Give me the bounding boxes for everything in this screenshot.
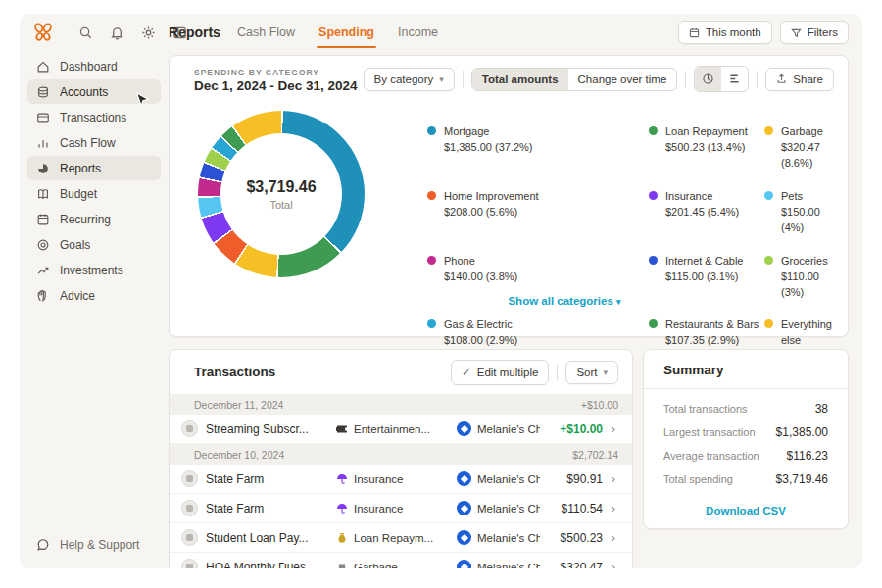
search-icon[interactable] [74,22,96,43]
legend-category-amount: $500.23 (13.4%) [665,140,748,156]
segment-total-amounts[interactable]: Total amounts [472,69,568,90]
legend-color-dot [764,191,773,200]
sidebar-item-label: Dashboard [60,60,118,74]
legend-item-internet-cable[interactable]: Internet & Cable $115.00 (3.1%) [649,254,764,301]
legend-item-insurance[interactable]: Insurance $201.45 (5.4%) [649,189,764,236]
transactions-list: December 11, 2024 +$10.00 Streaming Subs… [170,394,632,568]
merchant-name: HOA Monthly Dues [206,561,306,569]
summary-row-label: Total transactions [663,403,748,415]
page-title: Reports [169,14,220,51]
sidebar-item-reports[interactable]: Reports [27,156,161,180]
legend-category-name: Internet & Cable [665,254,744,270]
date-range: Dec 1, 2024 - Dec 31, 2024 [194,78,358,93]
top-bar: Reports Cash FlowSpendingIncome This mon… [20,14,862,51]
legend-category-name: Groceries [781,254,832,270]
calendar-icon [689,27,700,38]
transaction-row-hoa-monthly-dues[interactable]: HOA Monthly Dues Garbage Melanie's Check… [170,553,632,568]
legend-category-amount: $140.00 (3.8%) [444,270,517,285]
legend-item-phone[interactable]: Phone $140.00 (3.8%) [427,254,649,301]
bell-icon[interactable] [106,22,127,43]
this-month-button[interactable]: This month [678,21,772,44]
account-logo-icon [457,560,471,568]
transaction-row-student-loan-pay[interactable]: Student Loan Pay... Loan Repaym... Melan… [170,523,632,553]
sidebar-item-label: Reports [60,162,101,175]
transaction-row-state-farm[interactable]: State Farm Insurance Melanie's Check... … [170,465,632,494]
sidebar-item-investments[interactable]: Investments [27,258,161,282]
sidebar-item-cash-flow[interactable]: Cash Flow [27,130,161,155]
transaction-amount: +$10.00 [540,422,603,436]
sidebar-item-recurring[interactable]: Recurring [27,207,161,231]
legend-color-dot [649,319,658,328]
legend-color-dot [649,256,658,265]
monarch-logo-icon[interactable] [31,22,55,43]
edit-multiple-button[interactable]: ✓ Edit multiple [451,360,549,385]
total-amount: $3,719.46 [246,178,316,196]
sidebar-item-budget[interactable]: Budget [27,181,161,206]
transaction-group-header: December 10, 2024 $2,702.14 [170,444,632,465]
filters-button[interactable]: Filters [780,21,849,44]
summary-card: Summary Total transactions 38 Largest tr… [643,349,849,529]
category-name: Loan Repaym... [354,532,433,544]
report-tabs: Cash FlowSpendingIncome [227,14,448,51]
merchant-name: Student Loan Pay... [206,531,309,545]
legend-item-mortgage[interactable]: Mortgage $1,385.00 (37.2%) [427,124,649,172]
target-icon [35,237,51,253]
this-month-label: This month [706,26,761,38]
sidebar-item-goals[interactable]: Goals [27,232,161,257]
legend-color-dot [649,191,658,200]
merchant-logo-icon [181,529,198,546]
summary-title: Summary [644,350,848,389]
share-label: Share [793,74,823,85]
legend-color-dot [649,126,658,135]
legend-category-name: Insurance [665,189,739,205]
sidebar-item-accounts[interactable]: Accounts [27,79,161,104]
chevron-right-icon: › [603,421,624,436]
share-button[interactable]: Share [765,68,834,91]
legend-item-pets[interactable]: Pets $150.00 (4%) [764,189,832,236]
legend-item-groceries[interactable]: Groceries $110.00 (3%) [764,254,832,301]
legend-category-name: Restaurants & Bars [665,318,759,333]
legend-category-amount: $115.00 (3.1%) [665,270,744,285]
merchant-name: State Farm [206,502,264,515]
account-name: Melanie's Check... [477,532,540,544]
account-name: Melanie's Check... [477,562,540,569]
chevron-down-icon: ▾ [439,74,444,84]
tab-cash-flow[interactable]: Cash Flow [227,14,305,51]
divider [463,71,464,88]
group-total: $2,702.14 [572,449,618,461]
transaction-row-state-farm[interactable]: State Farm Insurance Melanie's Check... … [170,494,632,523]
merchant-logo-icon [181,470,198,487]
account-name: Melanie's Check... [477,473,540,485]
sidebar-nav: Dashboard Accounts Transactions Cash Flo… [20,53,169,568]
gear-icon[interactable] [137,22,159,43]
donut-view-icon[interactable] [695,67,721,91]
transaction-row-streaming-subscr[interactable]: Streaming Subscr... Entertainmen... Mela… [170,415,632,444]
by-category-dropdown[interactable]: By category ▾ [364,68,455,91]
legend-item-garbage[interactable]: Garbage $320.47 (8.6%) [764,124,832,172]
sidebar-item-label: Advice [60,289,95,303]
download-csv-link[interactable]: Download CSV [644,505,848,516]
chevron-down-icon: ▾ [616,297,621,307]
transactions-title: Transactions [194,365,451,379]
segment-change-over-time[interactable]: Change over time [568,69,677,90]
bar-view-icon[interactable] [721,67,748,91]
account-logo-icon [457,421,471,436]
report-controls: By category ▾ Total amountsChange over t… [364,66,834,92]
tab-income[interactable]: Income [388,14,448,51]
legend-item-home-improvement[interactable]: Home Improvement $208.00 (5.6%) [427,189,649,236]
help-support-item[interactable]: Help & Support [35,537,139,553]
sort-button[interactable]: Sort ▾ [565,361,618,384]
group-date: December 11, 2024 [194,399,283,411]
tab-spending[interactable]: Spending [309,14,384,51]
sidebar-item-transactions[interactable]: Transactions [27,105,161,129]
show-all-categories-link[interactable]: Show all categories ▾ [447,295,682,307]
sidebar-item-advice[interactable]: Advice [27,283,161,308]
summary-row-value: $1,385.00 [776,425,828,439]
legend-category-amount: $150.00 (4%) [781,205,832,236]
legend-item-loan-repayment[interactable]: Loan Repayment $500.23 (13.4%) [649,124,764,172]
donut-chart[interactable]: $3,719.46 Total [198,111,365,277]
legend-color-dot [764,319,773,328]
sidebar-item-dashboard[interactable]: Dashboard [27,54,161,78]
screen: Reports Cash FlowSpendingIncome This mon… [0,0,882,588]
tab-label: Spending [318,25,374,39]
